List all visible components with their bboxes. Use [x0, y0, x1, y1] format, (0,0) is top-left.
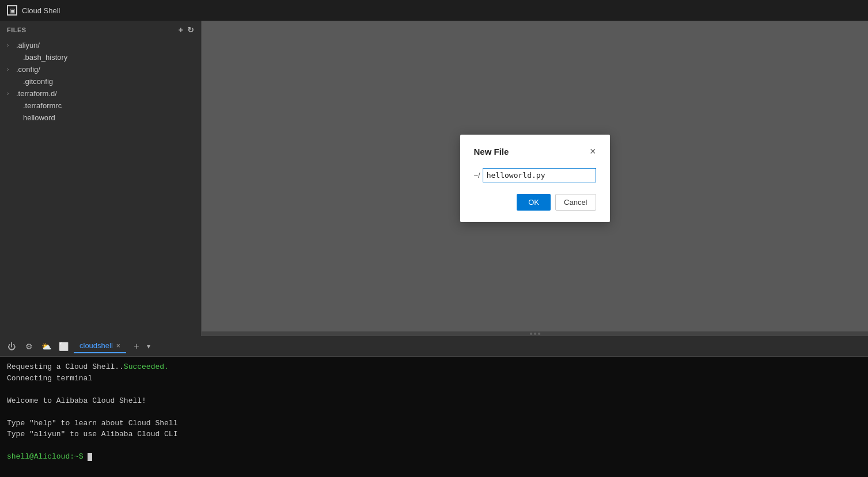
file-item[interactable]: .gitconfig	[0, 75, 201, 87]
chevron-icon: ›	[7, 90, 14, 97]
ok-button[interactable]: OK	[517, 194, 551, 211]
file-item[interactable]: helloword	[0, 112, 201, 124]
terminal-tab-bar: ⏻ ⚙ ⛅ ⬜ cloudshell × + ▾	[0, 336, 868, 357]
file-sidebar: FILES + ↻ › .aliyun/ .bash_history › .co…	[0, 21, 202, 336]
cancel-button[interactable]: Cancel	[555, 194, 596, 211]
sidebar-header: FILES + ↻	[0, 21, 201, 39]
modal-title: New File	[474, 147, 509, 157]
app-title: Cloud Shell	[22, 6, 60, 15]
terminal-output[interactable]: Requesting a Cloud Shell..Succeeded. Con…	[0, 357, 868, 477]
close-dialog-button[interactable]: ×	[590, 146, 596, 157]
settings-button[interactable]: ⚙	[22, 339, 36, 353]
main-area: FILES + ↻ › .aliyun/ .bash_history › .co…	[0, 21, 868, 336]
add-file-button[interactable]: +	[179, 25, 184, 35]
terminal-line: Connecting terminal	[7, 373, 861, 384]
file-name: .config/	[16, 65, 40, 74]
add-tab-button[interactable]: +	[130, 339, 143, 353]
terminal-line: Requesting a Cloud Shell..Succeeded.	[7, 361, 861, 373]
cursor	[88, 453, 92, 461]
save-button[interactable]: ⬜	[56, 339, 70, 353]
new-file-dialog: New File × ~/ OK Cancel	[460, 135, 610, 222]
terminal-line: Type "help" to learn about Cloud Shell	[7, 418, 861, 429]
file-item[interactable]: .bash_history	[0, 51, 201, 63]
terminal-line	[7, 406, 861, 418]
refresh-button[interactable]: ↻	[187, 25, 195, 35]
terminal-line	[7, 440, 861, 452]
file-name: .bash_history	[23, 53, 67, 62]
title-icon: ▣	[7, 5, 17, 16]
chevron-icon: ›	[7, 66, 14, 72]
terminal-line: Welcome to Alibaba Cloud Shell!	[7, 395, 861, 407]
file-name: helloword	[23, 113, 55, 122]
modal-footer: OK Cancel	[474, 194, 596, 211]
file-item[interactable]: › .config/	[0, 63, 201, 75]
cloud-button[interactable]: ⛅	[39, 339, 53, 353]
file-list: › .aliyun/ .bash_history › .config/ .git…	[0, 39, 201, 124]
tab-menu-button[interactable]: ▾	[147, 342, 150, 350]
chevron-icon: ›	[7, 42, 14, 48]
files-label: FILES	[7, 26, 26, 33]
terminal-tab-cloudshell[interactable]: cloudshell ×	[74, 339, 126, 353]
title-bar: ▣ Cloud Shell	[0, 0, 868, 21]
file-name: .terraformrc	[23, 101, 62, 110]
file-item[interactable]: .terraformrc	[0, 100, 201, 112]
file-name: .gitconfig	[23, 77, 53, 86]
file-item[interactable]: › .terraform.d/	[0, 87, 201, 100]
modal-body: ~/	[474, 168, 596, 182]
tab-label: cloudshell	[79, 341, 113, 350]
file-name: .terraform.d/	[16, 89, 57, 98]
path-prefix: ~/	[474, 171, 480, 180]
terminal-prompt-line[interactable]: shell@Alicloud:~$	[7, 451, 861, 463]
power-button[interactable]: ⏻	[5, 339, 18, 353]
file-item[interactable]: › .aliyun/	[0, 39, 201, 51]
close-tab-button[interactable]: ×	[116, 342, 120, 350]
terminal-line: Type "aliyun" to use Alibaba Cloud CLI	[7, 429, 861, 440]
terminal-container: ⏻ ⚙ ⛅ ⬜ cloudshell × + ▾ Requesting a Cl…	[0, 336, 868, 477]
terminal-line	[7, 384, 861, 395]
editor-area: New File × ~/ OK Cancel	[202, 21, 868, 336]
file-name: .aliyun/	[16, 41, 40, 49]
sidebar-header-actions: + ↻	[179, 25, 194, 35]
modal-overlay: New File × ~/ OK Cancel	[202, 21, 868, 336]
filename-input[interactable]	[483, 168, 596, 182]
modal-header: New File ×	[474, 146, 596, 157]
